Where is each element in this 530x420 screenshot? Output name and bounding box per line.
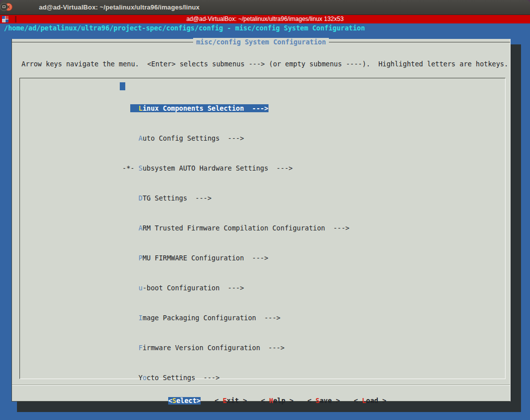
instructions-line-1: Arrow keys navigate the menu. <Enter> se… — [21, 60, 508, 68]
config-path-header: /home/ad/petalinux/ultra96/project-spec/… — [4, 24, 365, 32]
status-bar-title: ad@ad-VirtualBox: ~/petalinux/ultra96/im… — [186, 15, 343, 22]
status-bar-cursor — [15, 16, 16, 22]
terminal-window: x ad@ad-VirtualBox: ~/petalinux/ultra96/… — [0, 0, 530, 420]
load-button[interactable]: < Load > — [354, 397, 386, 405]
maximize-icon — [2, 5, 5, 8]
selected-menu-item: Linux Components Selection ---> — [130, 104, 268, 112]
screen-status-bar: ad@ad-VirtualBox: ~/petalinux/ultra96/im… — [0, 15, 530, 23]
hotkey-letter: S — [172, 397, 176, 405]
menu-item-uboot[interactable]: u-boot Configuration ---> — [122, 284, 349, 292]
dialog-title: misc/config System Configuration — [12, 38, 510, 46]
select-button[interactable]: <Select> — [168, 397, 201, 405]
hotkey-letter: o — [143, 374, 147, 382]
hotkey-letter: P — [139, 254, 143, 262]
terminal-screen: /home/ad/petalinux/ultra96/project-spec/… — [0, 23, 530, 420]
menu-rows: Linux Components Selection ---> Auto Con… — [122, 82, 349, 404]
menuconfig-dialog: misc/config System Configuration Arrow k… — [11, 39, 511, 402]
menu-item-firmware-version[interactable]: Firmware Version Configuration ---> — [122, 344, 349, 352]
menu-item-arm-trusted-firmware[interactable]: ARM Trusted Firmware Compilation Configu… — [122, 224, 349, 232]
window-titlebar: x ad@ad-VirtualBox: ~/petalinux/ultra96/… — [0, 0, 530, 15]
help-button[interactable]: < Help > — [261, 397, 293, 405]
hotkey-letter: L — [139, 104, 143, 112]
menu-item-image-packaging[interactable]: Image Packaging Configuration ---> — [122, 314, 349, 322]
hotkey-letter: u — [139, 284, 143, 292]
hotkey-letter: A — [139, 224, 143, 232]
menu-item-linux-components[interactable]: Linux Components Selection ---> — [122, 105, 349, 112]
menu-listbox: Linux Components Selection ---> Auto Con… — [19, 78, 506, 379]
hotkey-letter: A — [139, 134, 143, 142]
menu-item-dtg-settings[interactable]: DTG Settings ---> — [122, 195, 349, 202]
button-separator — [12, 385, 510, 386]
save-button[interactable]: < Save > — [307, 397, 340, 405]
menu-item-yocto-settings[interactable]: Yocto Settings ---> — [122, 374, 349, 382]
screen-activity-icon — [2, 16, 8, 22]
hotkey-letter: F — [139, 344, 143, 352]
hotkey-letter: I — [139, 314, 143, 322]
dialog-button-row: <Select>< Exit >< Help >< Save >< Load > — [12, 390, 510, 412]
window-title: ad@ad-VirtualBox: ~/petalinux/ultra96/im… — [39, 0, 200, 14]
hotkey-letter: D — [139, 194, 143, 202]
hotkey-letter: S — [139, 164, 143, 172]
maximize-button[interactable] — [0, 3, 8, 11]
exit-button[interactable]: < Exit > — [215, 397, 247, 405]
hotkey-letter: L — [362, 397, 366, 405]
menu-item-subsystem-auto-hw[interactable]: -*- Subsystem AUTO Hardware Settings ---… — [122, 165, 349, 172]
menu-item-auto-config[interactable]: Auto Config Settings ---> — [122, 135, 349, 142]
menu-item-pmu-firmware[interactable]: PMU FIRMWARE Configuration ---> — [122, 254, 349, 262]
